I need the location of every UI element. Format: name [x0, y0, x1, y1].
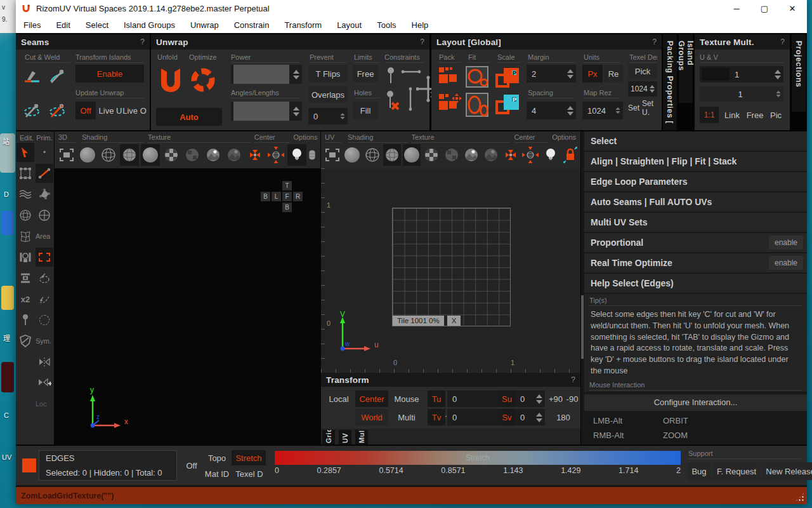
su-toggle[interactable]: Su — [498, 391, 516, 407]
island-primitive-tool[interactable] — [36, 206, 53, 225]
overlaps-button[interactable]: Overlaps — [308, 86, 348, 103]
u-mult-field[interactable] — [702, 68, 730, 81]
weld-tool-icon[interactable] — [48, 67, 67, 86]
uv-center-all-icon[interactable] — [521, 144, 539, 166]
maximize-button[interactable]: ▢ — [759, 4, 770, 13]
nav-back[interactable]: B — [261, 192, 270, 201]
brush-select-tool[interactable] — [16, 185, 34, 204]
configure-interaction-button[interactable]: Configure Interaction... — [584, 394, 807, 411]
shading-flat-icon[interactable] — [78, 144, 97, 166]
menu-edit[interactable]: Edit — [56, 20, 70, 30]
transform-multi-button[interactable]: Multi — [391, 409, 422, 425]
live-u-button[interactable]: Live U — [98, 102, 122, 119]
display-texeld-button[interactable]: Texel D — [233, 466, 266, 481]
transform-mouse-button[interactable]: Mouse — [391, 391, 422, 407]
spacing-spinner[interactable]: 4 — [527, 102, 576, 119]
uv-shading-wire-icon[interactable] — [363, 144, 381, 166]
uv-center-selection-icon[interactable] — [502, 144, 520, 166]
minimize-button[interactable]: ─ — [731, 4, 742, 13]
circle-select-tool[interactable] — [36, 311, 53, 330]
protect-tool[interactable] — [16, 331, 34, 351]
uv-light-toggle-icon[interactable] — [542, 144, 560, 166]
new-release-button[interactable]: New Release — [762, 462, 812, 480]
clamp-u-tool[interactable] — [16, 248, 34, 267]
units-px-button[interactable]: Px — [582, 65, 603, 83]
section-edge-loop[interactable]: Edge Loop Parameters — [584, 172, 807, 191]
tab-uv[interactable]: UV — [339, 430, 351, 444]
u-mult-spinner[interactable]: 1 — [700, 66, 783, 83]
area-rect-tool[interactable] — [36, 248, 53, 267]
center-all-icon[interactable] — [266, 144, 285, 166]
free-button[interactable]: Free — [353, 65, 378, 83]
texture-checker-dim-icon[interactable] — [183, 144, 202, 166]
section-align-straighten[interactable]: Align | Straighten | Flip | Fit | Stack — [584, 152, 807, 171]
seams-help-icon[interactable]: ? — [140, 37, 145, 46]
power-spinner[interactable] — [231, 65, 302, 84]
free-ratio-button[interactable]: Free — [744, 107, 766, 123]
resize-grip[interactable] — [796, 493, 804, 502]
lasso-pin-tool[interactable] — [36, 269, 53, 288]
transform-help-icon[interactable]: ? — [571, 375, 575, 384]
matcap-icon[interactable] — [308, 144, 316, 166]
fit-icon[interactable] — [466, 66, 491, 89]
update-off-button[interactable]: Off — [75, 102, 96, 119]
v-mult-spinner[interactable]: 1 — [700, 86, 783, 102]
section-auto-seams[interactable]: Auto Seams | Full AUTO UVs — [584, 192, 807, 211]
double-tool[interactable]: x2 — [16, 290, 34, 309]
texel-set-button[interactable]: Set — [625, 100, 642, 116]
live-o-button[interactable]: Live O — [122, 102, 147, 119]
point-primitive-tool[interactable]: • — [36, 143, 53, 162]
clamp-v-tool[interactable] — [16, 269, 34, 288]
unpin-constraint-icon[interactable] — [384, 89, 401, 112]
sv-toggle[interactable]: Sv — [498, 409, 516, 425]
scale-uv-icon[interactable]: P — [495, 93, 523, 117]
display-matid-button[interactable]: Mat ID — [202, 466, 232, 481]
tab-mul[interactable]: Mul — [355, 430, 368, 444]
power-field[interactable] — [233, 65, 289, 84]
nav-front[interactable]: F — [282, 192, 292, 201]
shading-shaded-wire-icon[interactable] — [120, 144, 139, 166]
su-spinner[interactable]: 0 — [517, 391, 545, 407]
rotate-180-button[interactable]: 180 — [552, 409, 575, 425]
edge-primitive-tool[interactable] — [36, 164, 53, 183]
realtime-enable-button[interactable]: enable — [769, 256, 803, 270]
symmetry-tool[interactable] — [36, 352, 53, 371]
feature-request-button[interactable]: F. Request — [712, 462, 761, 480]
tu-toggle[interactable]: Tu — [428, 391, 445, 407]
vertical-constraint-icon[interactable] — [406, 86, 415, 112]
viewport-3d[interactable]: 3D Shading Texture Center Options — [55, 131, 320, 444]
symmetry-add-tool[interactable] — [36, 373, 53, 392]
nav-right[interactable]: R — [293, 192, 303, 201]
fill-button[interactable]: Fill — [353, 102, 378, 119]
center-selection-icon[interactable] — [246, 144, 265, 166]
uv-fit-view-icon[interactable] — [324, 144, 341, 166]
cut-tool-icon[interactable] — [22, 67, 41, 86]
section-proportional[interactable]: Proportional enable — [584, 233, 807, 252]
proportional-enable-button[interactable]: enable — [769, 236, 803, 250]
texture-image-icon[interactable] — [204, 144, 223, 166]
tab-packing-properties[interactable]: Packing Properties [ — [663, 34, 677, 130]
texel-pick-button[interactable]: Pick — [628, 64, 657, 79]
auto-unwrap-button[interactable]: Auto — [156, 108, 222, 126]
unwrap-help-icon[interactable]: ? — [420, 37, 424, 46]
close-button[interactable]: ✕ — [787, 4, 798, 13]
texture-image-dim-icon[interactable] — [225, 144, 244, 166]
section-real-time-optimize[interactable]: Real Time Optimize enable — [584, 253, 807, 272]
enable-button[interactable]: Enable — [75, 65, 144, 83]
menu-help[interactable]: Help — [412, 20, 429, 30]
transform-world-button[interactable]: World — [355, 409, 388, 425]
texture-mult-help-icon[interactable]: ? — [780, 37, 785, 46]
menu-transform[interactable]: Transform — [284, 20, 322, 30]
polygon-primitive-tool[interactable] — [36, 185, 53, 204]
uv-shading-shaded-wire-icon[interactable] — [383, 144, 401, 166]
angles-spinner[interactable] — [231, 102, 302, 121]
uv-texture-image-dim-icon[interactable] — [482, 144, 500, 166]
display-off-button[interactable]: Off — [181, 450, 202, 481]
section-select[interactable]: Select — [584, 131, 807, 150]
sphere-wire-select-tool[interactable] — [16, 206, 34, 225]
cut-seam-icon[interactable] — [22, 102, 41, 121]
tab-projections[interactable]: Projections — [792, 34, 806, 112]
tv-toggle[interactable]: Tv — [428, 409, 445, 425]
tab-grid[interactable]: Grid — [322, 430, 335, 444]
uv-texture-checker-dim-icon[interactable] — [442, 144, 460, 166]
